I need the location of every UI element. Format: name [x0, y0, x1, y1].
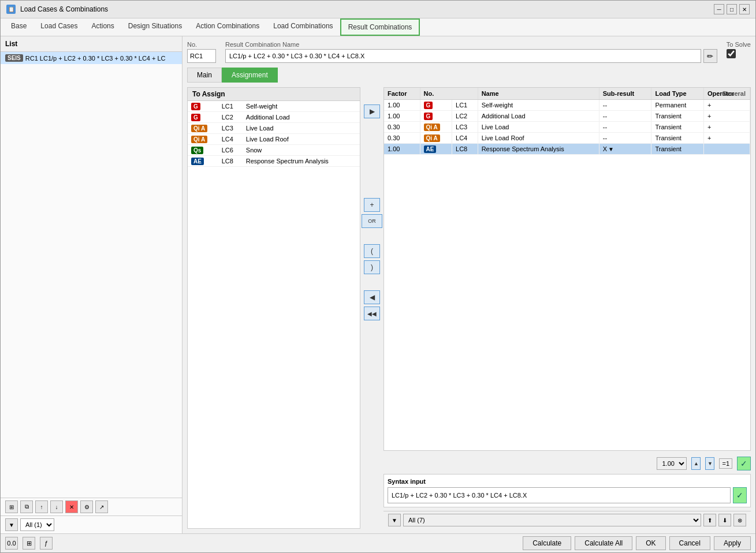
list-header: List	[1, 36, 182, 52]
factor-down-button[interactable]: ▼	[705, 457, 714, 470]
remove-button[interactable]: ◀	[364, 290, 380, 304]
menu-design-situations[interactable]: Design Situations	[121, 18, 189, 36]
cancel-button[interactable]: Cancel	[669, 536, 710, 550]
apply-button[interactable]: Apply	[714, 536, 751, 550]
delete-button[interactable]: ✕	[65, 500, 78, 513]
left-panel: List SEIS RC1 LC1/p + LC2 + 0.30 * LC3 +…	[1, 36, 183, 533]
maximize-button[interactable]: □	[727, 4, 737, 14]
menu-action-combinations[interactable]: Action Combinations	[189, 18, 266, 36]
assigned-filter-row: ▼ All (7) ⬆ ⬇ ⊗	[383, 511, 751, 529]
assigned-filter-button[interactable]: ▼	[388, 514, 401, 526]
table-row[interactable]: Qs LC6 Snow	[188, 145, 360, 156]
table-row[interactable]: G LC1 Self-weight	[188, 101, 360, 112]
ok-button[interactable]: OK	[636, 536, 665, 550]
close-paren-button[interactable]: )	[364, 260, 380, 274]
tab-main[interactable]: Main	[187, 68, 222, 83]
status-icons: 0.0 ⊞ ƒ	[5, 537, 53, 550]
open-paren-button[interactable]: (	[364, 244, 380, 258]
syntax-confirm-button[interactable]: ✓	[733, 487, 747, 503]
to-solve-section: To Solve	[727, 41, 751, 58]
app-icon: 📋	[6, 5, 16, 14]
table-row[interactable]: 1.00 G LC1 Self-weight -- Permanent +	[384, 100, 750, 111]
filter-dropdown[interactable]: All (1)	[20, 518, 54, 531]
to-assign-table: G LC1 Self-weight G LC2 Additional Load …	[188, 101, 360, 167]
to-solve-label: To Solve	[727, 41, 751, 48]
list-area: SEIS RC1 LC1/p + LC2 + 0.30 * LC3 + 0.30…	[1, 52, 182, 498]
menu-actions[interactable]: Actions	[84, 18, 121, 36]
table-row[interactable]: Qi A LC4 Live Load Roof	[188, 134, 360, 145]
export-button[interactable]: ↗	[95, 500, 108, 513]
list-item-badge: SEIS	[5, 54, 23, 62]
table-row[interactable]: 0.30 Qi A LC3 Live Load -- Transient +	[384, 122, 750, 133]
to-assign-header: To Assign	[188, 88, 360, 101]
tabs-row: Main Assignment	[187, 68, 751, 83]
move-up-button[interactable]: ↑	[35, 500, 48, 513]
move-down-button[interactable]: ↓	[50, 500, 63, 513]
syntax-input[interactable]	[388, 487, 731, 503]
badge-qs: Qs	[191, 147, 203, 154]
calculate-all-button[interactable]: Calculate All	[575, 536, 632, 550]
copy-button[interactable]: ⧉	[20, 500, 33, 513]
eq-label: =1	[719, 458, 732, 469]
status-btn-1[interactable]: 0.0	[5, 537, 18, 550]
badge-qa: Qi A	[191, 125, 207, 132]
assigned-panel: General Factor No. Name Sub-result Load …	[383, 87, 751, 451]
import-button[interactable]: ⬆	[703, 514, 716, 526]
badge-qa: Qi A	[191, 136, 207, 143]
col-name: Name	[478, 88, 599, 100]
minimize-button[interactable]: ─	[714, 4, 724, 14]
factor-up-button[interactable]: ▲	[691, 457, 701, 470]
status-btn-2[interactable]: ⊞	[23, 537, 35, 550]
menu-base[interactable]: Base	[4, 18, 33, 36]
rc-name-section: Result Combination Name ✏	[225, 41, 717, 63]
remove-all-button[interactable]: ◀◀	[364, 307, 380, 320]
new-table-button[interactable]: ⊞	[5, 500, 18, 513]
badge-g: G	[191, 103, 200, 110]
clear-button[interactable]: ⊗	[733, 514, 746, 526]
menu-load-cases[interactable]: Load Cases	[33, 18, 84, 36]
footer-buttons: Calculate Calculate All OK Cancel Apply	[523, 536, 751, 550]
factor-select[interactable]: 1.00	[657, 457, 687, 470]
window-title: Load Cases & Combinations	[20, 5, 108, 13]
assigned-table: Factor No. Name Sub-result Load Type Ope…	[384, 88, 750, 155]
table-row[interactable]: G LC2 Additional Load	[188, 112, 360, 123]
to-solve-checkbox[interactable]	[727, 49, 736, 58]
rc-no-input[interactable]	[187, 49, 216, 63]
status-btn-3[interactable]: ƒ	[40, 537, 53, 550]
filter-button[interactable]: ▼	[5, 518, 18, 531]
general-label: General	[722, 90, 746, 97]
table-row[interactable]: Qi A LC3 Live Load	[188, 123, 360, 134]
bottom-factor-row: 1.00 ▲ ▼ =1 ✓	[383, 454, 751, 470]
table-row-selected[interactable]: 1.00 AE LC8 Response Spectrum Analysis X…	[384, 144, 750, 155]
menu-result-combinations[interactable]: Result Combinations	[340, 18, 420, 36]
export-btn2[interactable]: ⬇	[718, 514, 731, 526]
edit-name-button[interactable]: ✏	[703, 49, 717, 63]
settings-button[interactable]: ⚙	[80, 500, 93, 513]
calculate-button[interactable]: Calculate	[523, 536, 571, 550]
badge-g: G	[191, 114, 200, 121]
name-label: Result Combination Name	[225, 41, 717, 48]
assign-right-button[interactable]: ▶	[364, 104, 380, 118]
title-bar-controls: ─ □ ✕	[714, 4, 750, 14]
confirm-button[interactable]: ✓	[737, 457, 751, 470]
middle-buttons: ▶ + OR ( ) ◀ ◀◀	[360, 87, 383, 529]
close-button[interactable]: ✕	[739, 4, 750, 14]
menu-load-combinations[interactable]: Load Combinations	[266, 18, 340, 36]
table-row[interactable]: 1.00 G LC2 Additional Load -- Transient …	[384, 111, 750, 122]
rc-name-input[interactable]	[225, 49, 701, 63]
list-item-text: RC1 LC1/p + LC2 + 0.30 * LC3 + 0.30 * LC…	[25, 55, 166, 62]
table-row[interactable]: AE LC8 Response Spectrum Analysis	[188, 156, 360, 167]
assigned-area: General Factor No. Name Sub-result Load …	[383, 87, 751, 529]
or-button[interactable]: OR	[362, 214, 382, 228]
no-label: No.	[187, 41, 216, 48]
assigned-filter-select[interactable]: All (7)	[403, 514, 701, 526]
filter-row: ▼ All (1)	[1, 515, 182, 533]
add-button[interactable]: +	[364, 198, 380, 212]
content-area: List SEIS RC1 LC1/p + LC2 + 0.30 * LC3 +…	[1, 36, 755, 533]
tab-assignment[interactable]: Assignment	[222, 68, 278, 83]
assignment-content: To Assign G LC1 Self-weight G LC2 A	[187, 87, 751, 529]
menu-bar: Base Load Cases Actions Design Situation…	[1, 18, 755, 36]
table-row[interactable]: 0.30 Qi A LC4 Live Load Roof -- Transien…	[384, 133, 750, 144]
rc-no-section: No.	[187, 41, 216, 63]
list-item[interactable]: SEIS RC1 LC1/p + LC2 + 0.30 * LC3 + 0.30…	[1, 52, 182, 64]
